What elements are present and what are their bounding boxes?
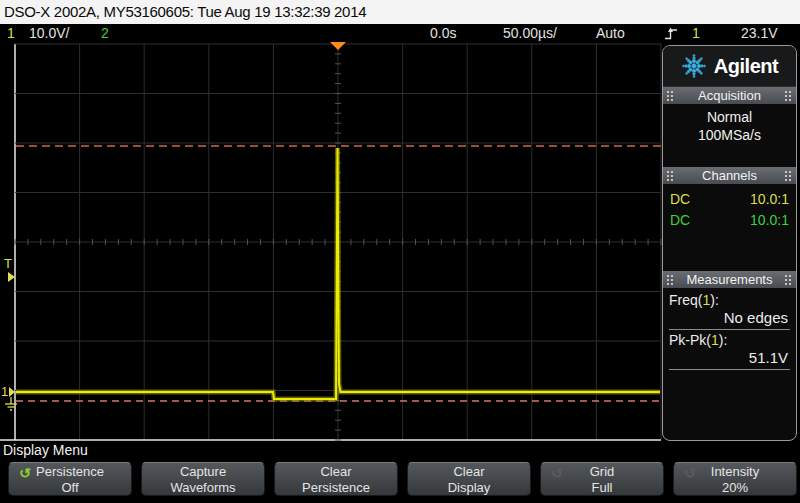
cycle-icon: ↺ [19,465,31,481]
device-id-text: DSO-X 2002A, MY53160605: Tue Aug 19 13:3… [4,3,366,20]
grip-icon [666,274,675,285]
brand-block: Agilent [663,46,796,87]
grip-icon [784,274,793,285]
trigger-mode: Auto [596,24,625,42]
acquisition-info: Normal 100MSa/s [663,104,796,167]
brand-name: Agilent [714,55,778,78]
rising-edge-icon [664,26,679,45]
oscilloscope-screen: DSO-X 2002A, MY53160605: Tue Aug 19 13:3… [0,0,800,503]
meas-label: Pk-Pk( [669,332,711,348]
meas-value: No edges [669,309,790,327]
svg-text:1: 1 [1,384,8,399]
measurements-header: Measurements [663,271,796,288]
meas-label: Freq( [669,292,702,308]
graticule-grid [0,44,661,440]
agilent-starburst-icon [681,53,707,79]
softkey-menu: Display Menu ↺ Persistence Off Capture W… [0,442,800,503]
ch2-coupling: DC [670,210,690,231]
ch1-coupling: DC [670,189,690,210]
channel-row: DC 10.0:1 [670,210,789,231]
trigger-level-marker: T [4,256,15,282]
menu-title: Display Menu [3,442,88,459]
waveform-display: 1 T [0,42,662,442]
ch2-probe: 10.0:1 [750,210,789,231]
meas-source: 1 [711,332,719,348]
cycle-icon: ↺ [684,465,696,481]
sample-rate: 100MSa/s [663,126,796,144]
ch1-trace [16,148,660,399]
channels-info: DC 10.0:1 DC 10.0:1 [663,184,796,271]
measurements-info: Freq(1): No edges Pk-Pk(1): 51.1V [663,288,796,370]
acquisition-header: Acquisition [663,87,796,104]
status-bar: 1 10.0V/ 2 0.0s 50.00µs/ Auto 1 23.1V [0,24,800,43]
title-bar: DSO-X 2002A, MY53160605: Tue Aug 19 13:3… [0,0,800,24]
trigger-position-marker [330,42,346,50]
measurement-freq: Freq(1): No edges [669,292,790,330]
grip-icon [666,90,675,101]
trigger-level: 23.1V [741,24,778,42]
channels-header: Channels [663,167,796,184]
ch2-number: 2 [101,24,109,42]
channel-row: DC 10.0:1 [670,189,789,210]
acquisition-mode: Normal [663,108,796,126]
ch1-number: 1 [7,24,15,42]
clear-display-button[interactable]: Clear Display [407,462,531,496]
trigger-source: 1 [692,24,700,42]
info-sidebar: Agilent Acquisition Normal 100MSa/s Chan… [662,45,797,441]
cycle-icon: ↺ [551,465,563,481]
meas-label-suffix: ): [719,332,728,348]
time-offset: 0.0s [430,24,456,42]
grip-icon [784,90,793,101]
capture-waveforms-button[interactable]: Capture Waveforms [141,462,265,496]
grid-button[interactable]: ↺ Grid Full [540,462,664,496]
ch1-probe: 10.0:1 [750,189,789,210]
measurement-pkpk: Pk-Pk(1): 51.1V [669,332,790,370]
channels-title: Channels [702,168,757,183]
meas-value: 51.1V [669,349,790,367]
grip-icon [784,170,793,181]
measurements-title: Measurements [687,272,773,287]
intensity-button[interactable]: ↺ Intensity 20% [673,462,797,496]
ch1-scale: 10.0V/ [29,24,69,42]
time-scale: 50.00µs/ [503,24,557,42]
persistence-button[interactable]: ↺ Persistence Off [8,462,132,496]
svg-text:T: T [4,256,12,271]
grip-icon [666,170,675,181]
clear-persistence-button[interactable]: Clear Persistence [274,462,398,496]
acquisition-title: Acquisition [698,88,761,103]
meas-label-suffix: ): [710,292,719,308]
